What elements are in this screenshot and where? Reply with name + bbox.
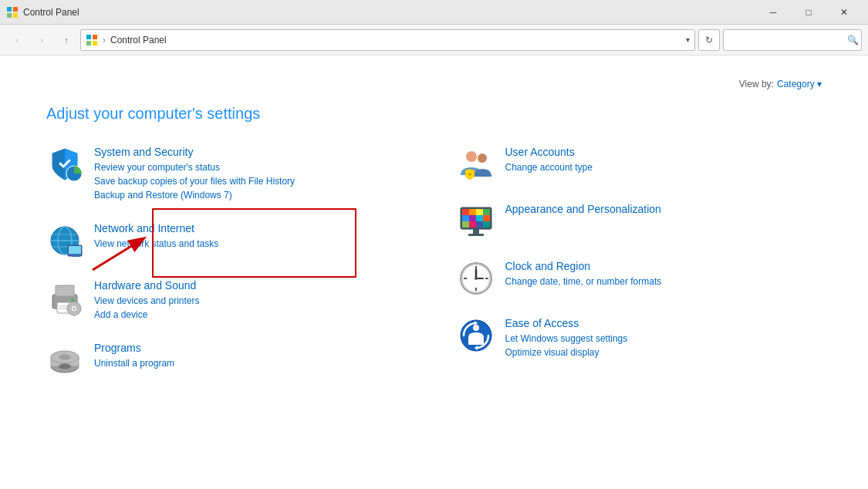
svg-point-32 (478, 153, 487, 163)
svg-rect-43 (483, 215, 490, 221)
address-text: Control Panel (110, 35, 681, 46)
svg-rect-21 (59, 308, 68, 309)
svg-rect-18 (56, 285, 74, 296)
up-button[interactable]: ↑ (56, 29, 77, 51)
content-grid: System and Security Review your computer… (46, 146, 822, 399)
svg-rect-2 (7, 13, 12, 18)
address-bar: ‹ › ↑ › Control Panel ▾ ↻ 🔍 (0, 25, 868, 56)
programs-icon (46, 342, 83, 379)
user-accounts-change-link[interactable]: Change account type (505, 160, 822, 174)
clock-date-link[interactable]: Change date, time, or number formats (505, 275, 822, 288)
appearance-icon (458, 203, 495, 240)
svg-rect-40 (462, 215, 469, 221)
svg-rect-47 (483, 221, 490, 228)
svg-rect-15 (69, 246, 81, 254)
appearance-title[interactable]: Appearance and Personalization (505, 203, 822, 215)
breadcrumb-icon (86, 34, 98, 46)
clock-title[interactable]: Clock and Region (505, 260, 822, 272)
right-column: User Accounts Change account type (458, 146, 822, 399)
hardware-text: Hardware and Sound View devices and prin… (94, 279, 411, 322)
programs-text: Programs Uninstall a program (94, 342, 411, 370)
svg-rect-7 (93, 41, 97, 46)
svg-point-30 (59, 364, 71, 369)
svg-rect-37 (469, 209, 476, 215)
search-icon[interactable]: 🔍 (847, 35, 859, 46)
view-by-row: View by: Category ▾ (46, 79, 822, 89)
system-restore-link[interactable]: Backup and Restore (Windows 7) (94, 188, 411, 202)
svg-rect-39 (483, 209, 490, 215)
category-user-accounts: User Accounts Change account type (458, 146, 822, 183)
ease-suggest-link[interactable]: Let Windows suggest settings (505, 332, 822, 346)
svg-rect-44 (462, 221, 469, 228)
close-button[interactable]: ✕ (826, 0, 862, 25)
refresh-button[interactable]: ↻ (698, 29, 720, 51)
network-text: Network and Internet View network status… (94, 222, 411, 251)
svg-point-58 (475, 277, 478, 280)
hardware-icon (46, 279, 83, 316)
network-title[interactable]: Network and Internet (94, 222, 411, 234)
category-system-security: System and Security Review your computer… (46, 146, 411, 202)
svg-point-60 (473, 325, 479, 331)
svg-rect-4 (86, 35, 91, 39)
ease-access-title[interactable]: Ease of Access (505, 317, 822, 329)
category-programs: Programs Uninstall a program (46, 342, 411, 379)
svg-rect-48 (473, 229, 479, 234)
search-input[interactable] (728, 35, 844, 46)
address-bar-input[interactable]: › Control Panel ▾ (80, 29, 695, 51)
left-column: System and Security Review your computer… (46, 146, 411, 399)
svg-point-29 (59, 355, 71, 360)
restore-button[interactable]: □ (791, 0, 826, 25)
app-icon (6, 6, 19, 19)
ease-access-text: Ease of Access Let Windows suggest setti… (505, 317, 822, 359)
address-dropdown[interactable]: ▾ (686, 35, 690, 44)
svg-rect-3 (13, 13, 18, 18)
appearance-text: Appearance and Personalization (505, 203, 822, 218)
svg-point-31 (466, 151, 477, 162)
page-title: Adjust your computer's settings (46, 105, 822, 123)
hardware-title[interactable]: Hardware and Sound (94, 279, 411, 292)
svg-rect-36 (462, 209, 469, 215)
search-box[interactable]: 🔍 (723, 29, 862, 51)
programs-uninstall-link[interactable]: Uninstall a program (94, 356, 411, 370)
svg-rect-49 (468, 234, 484, 236)
svg-rect-6 (86, 41, 91, 46)
svg-rect-16 (72, 255, 79, 257)
clock-icon (458, 260, 495, 297)
network-status-link[interactable]: View network status and tasks (94, 237, 411, 251)
title-bar: Control Panel ─ □ ✕ (0, 0, 868, 25)
svg-rect-38 (476, 209, 483, 215)
hardware-devices-link[interactable]: View devices and printers (94, 294, 411, 308)
user-accounts-icon (458, 146, 495, 183)
app-wrapper: Control Panel ─ □ ✕ ‹ › ↑ › Control Pane… (0, 0, 868, 489)
user-accounts-title[interactable]: User Accounts (505, 146, 822, 158)
clock-text: Clock and Region Change date, time, or n… (505, 260, 822, 288)
category-network: Network and Internet View network status… (46, 222, 411, 259)
forward-button[interactable]: › (31, 29, 52, 51)
view-by-label: View by: (739, 79, 774, 89)
hardware-add-link[interactable]: Add a device (94, 308, 411, 322)
category-hardware: Hardware and Sound View devices and prin… (46, 279, 411, 322)
svg-point-33 (468, 173, 471, 176)
programs-title[interactable]: Programs (94, 342, 411, 354)
ease-display-link[interactable]: Optimize visual display (505, 346, 822, 359)
system-security-title[interactable]: System and Security (94, 146, 411, 158)
system-security-icon (46, 146, 83, 183)
ease-access-icon (458, 317, 495, 354)
svg-point-22 (71, 298, 74, 302)
svg-rect-46 (476, 221, 483, 228)
window-title: Control Panel (23, 7, 755, 18)
back-button[interactable]: ‹ (6, 29, 28, 51)
system-review-link[interactable]: Review your computer's status (94, 160, 411, 174)
view-by-value[interactable]: Category ▾ (777, 79, 822, 89)
svg-rect-5 (93, 35, 97, 39)
system-backup-link[interactable]: Save backup copies of your files with Fi… (94, 174, 411, 188)
minimize-button[interactable]: ─ (755, 0, 791, 25)
user-accounts-text: User Accounts Change account type (505, 146, 822, 174)
category-ease-access: Ease of Access Let Windows suggest setti… (458, 317, 822, 359)
svg-rect-45 (469, 221, 476, 228)
main-content: View by: Category ▾ Adjust your computer… (0, 56, 868, 489)
svg-rect-0 (7, 7, 12, 12)
svg-rect-42 (476, 215, 483, 221)
svg-rect-1 (13, 7, 18, 12)
category-appearance: Appearance and Personalization (458, 203, 822, 240)
